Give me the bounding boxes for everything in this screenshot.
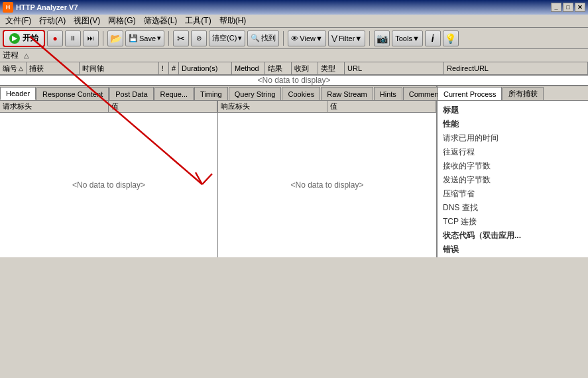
no-data-main: <No data to display> <box>257 76 330 85</box>
menu-bar: 文件(F) 行动(A) 视图(V) 网格(G) 筛选器(L) 工具(T) 帮助(… <box>0 15 588 28</box>
filter-button[interactable]: ⋁ Filter▼ <box>328 31 365 46</box>
tab-post-data[interactable]: Post Data <box>109 87 153 100</box>
toolbar-sep-1 <box>103 31 103 46</box>
menu-help[interactable]: 帮助(H) <box>215 14 251 28</box>
stop-icon: ● <box>52 34 57 43</box>
right-item-error: 错误 <box>443 243 583 257</box>
start-icon: ▶ <box>9 33 20 44</box>
clear-icon: ⊘ <box>196 34 202 42</box>
menu-grid[interactable]: 网格(G) <box>104 14 139 28</box>
info-button[interactable]: i <box>425 31 441 46</box>
start-label: 开始 <box>23 32 38 44</box>
response-content: <No data to display> <box>218 113 436 257</box>
col-type[interactable]: 类型 <box>318 62 345 74</box>
tab-bar: Header Response Content Post Data Reque.… <box>0 86 436 101</box>
open-icon: 📂 <box>110 33 121 44</box>
save-dropdown-icon: ▾ <box>157 34 161 42</box>
col-number[interactable]: 编号 △ <box>0 62 27 74</box>
right-item-recv-bytes[interactable]: 接收的字节数 <box>443 159 583 173</box>
stop-button[interactable]: ● <box>47 31 63 46</box>
col-received[interactable]: 收到 <box>292 62 318 74</box>
col-timeline[interactable]: 时间轴 <box>80 62 159 74</box>
window-controls[interactable]: _ □ ✕ <box>551 3 585 12</box>
tab-raw-stream[interactable]: Raw Stream <box>321 87 373 100</box>
tab-query-string[interactable]: Query String <box>229 87 282 100</box>
left-panel: Header Response Content Post Data Reque.… <box>0 86 438 257</box>
col-duration[interactable]: Duration(s) <box>179 62 232 74</box>
tab-response-content[interactable]: Response Content <box>36 87 109 100</box>
eye-icon: 👁 <box>291 34 298 42</box>
tab-all-captures[interactable]: 所有捕获 <box>502 87 544 100</box>
col-result[interactable]: 结果 <box>265 62 292 74</box>
bottom-panel: Header Response Content Post Data Reque.… <box>0 85 588 257</box>
clear-dropdown-button[interactable]: 清空(C) ▾ <box>209 31 245 46</box>
main-data-area: <No data to display> <box>0 76 588 85</box>
right-item-perf: 性能 <box>443 117 583 131</box>
tab-request[interactable]: Reque... <box>154 87 194 100</box>
step-icon: ⏭ <box>88 34 94 42</box>
view-label: View▼ <box>300 34 323 42</box>
save-button[interactable]: 💾 Save ▾ <box>125 31 164 46</box>
filter-icon: ⋁ <box>331 34 337 42</box>
find-label: 找到 <box>261 33 276 43</box>
pause-button[interactable]: ⏸ <box>65 31 81 46</box>
right-tab-bar: Current Process 所有捕获 <box>438 86 588 101</box>
col-method[interactable]: Method <box>232 62 265 74</box>
restore-button[interactable]: □ <box>563 3 573 12</box>
col-redirect-url[interactable]: RedirectURL <box>444 62 588 74</box>
tab-hints[interactable]: Hints <box>374 87 402 100</box>
tab-cookies[interactable]: Cookies <box>282 87 320 100</box>
tab-current-process[interactable]: Current Process <box>438 87 502 100</box>
right-panel: Current Process 所有捕获 标题 性能 请求已用的时间 往返行程 … <box>438 86 588 257</box>
menu-view[interactable]: 视图(V) <box>70 14 104 28</box>
col-url[interactable]: URL <box>345 62 444 74</box>
right-item-tcp[interactable]: TCP 连接 <box>443 215 583 229</box>
right-item-time[interactable]: 请求已用的时间 <box>443 131 583 145</box>
toolbar: ▶ 开始 ● ⏸ ⏭ 📂 💾 Save ▾ ✂ ⊘ 清空(C) ▾ 🔍 找到 👁… <box>0 28 588 49</box>
response-panel: 响应标头 值 <No data to display> <box>218 101 436 257</box>
tab-header[interactable]: Header <box>0 87 36 100</box>
menu-file[interactable]: 文件(F) <box>1 14 35 28</box>
left-sub-panels: 请求标头 值 <No data to display> 响应标头 值 <No d… <box>0 101 436 257</box>
right-item-status-code[interactable]: 状态代码（双击应用... <box>443 229 583 243</box>
menu-filter[interactable]: 筛选器(L) <box>140 14 182 28</box>
right-item-title: 标题 <box>443 103 583 117</box>
find-button[interactable]: 🔍 找到 <box>247 31 279 46</box>
tools-button[interactable]: Tools▼ <box>392 31 423 46</box>
clear-label: 清空(C) <box>212 33 237 43</box>
menu-action[interactable]: 行动(A) <box>35 14 70 28</box>
screenshot-button[interactable]: 📷 <box>374 31 390 46</box>
sort-icon[interactable]: △ <box>24 52 29 59</box>
help-button[interactable]: 💡 <box>443 31 459 46</box>
req-no-data: <No data to display> <box>72 180 145 190</box>
col-hash[interactable]: # <box>169 62 179 74</box>
save-label: Save <box>139 34 156 42</box>
toolbar-sep-2 <box>168 31 169 46</box>
right-item-roundtrip[interactable]: 往返行程 <box>443 145 583 159</box>
open-button[interactable]: 📂 <box>107 31 123 46</box>
find-icon: 🔍 <box>251 34 260 42</box>
view-button[interactable]: 👁 View▼ <box>288 31 326 46</box>
tools-label: Tools▼ <box>395 34 420 42</box>
resp-no-data: <No data to display> <box>290 180 363 190</box>
close-button[interactable]: ✕ <box>575 3 585 12</box>
minimize-button[interactable]: _ <box>551 3 561 12</box>
window-title: HTTP Analyzer V7 <box>16 3 551 11</box>
cut-icon: ✂ <box>177 33 185 44</box>
clear-button[interactable]: ⊘ <box>191 31 207 46</box>
start-button[interactable]: ▶ 开始 <box>3 30 45 47</box>
col-exclaim[interactable]: ! <box>159 62 169 74</box>
request-content: <No data to display> <box>0 113 217 257</box>
column-headers: 编号 △ 捕获 时间轴 ! # Duration(s) Method 结果 收到… <box>0 62 588 76</box>
col-capture[interactable]: 捕获 <box>27 62 80 74</box>
step-button[interactable]: ⏭ <box>83 31 99 46</box>
info-icon: i <box>432 33 434 44</box>
right-item-dns[interactable]: DNS 查找 <box>443 201 583 215</box>
cut-button[interactable]: ✂ <box>173 31 189 46</box>
right-item-compress[interactable]: 压缩节省 <box>443 187 583 201</box>
toolbar-sep-3 <box>283 31 284 46</box>
pause-icon: ⏸ <box>70 34 76 42</box>
tab-timing[interactable]: Timing <box>194 87 228 100</box>
right-item-sent-bytes[interactable]: 发送的字节数 <box>443 173 583 187</box>
menu-tools[interactable]: 工具(T) <box>181 14 215 28</box>
